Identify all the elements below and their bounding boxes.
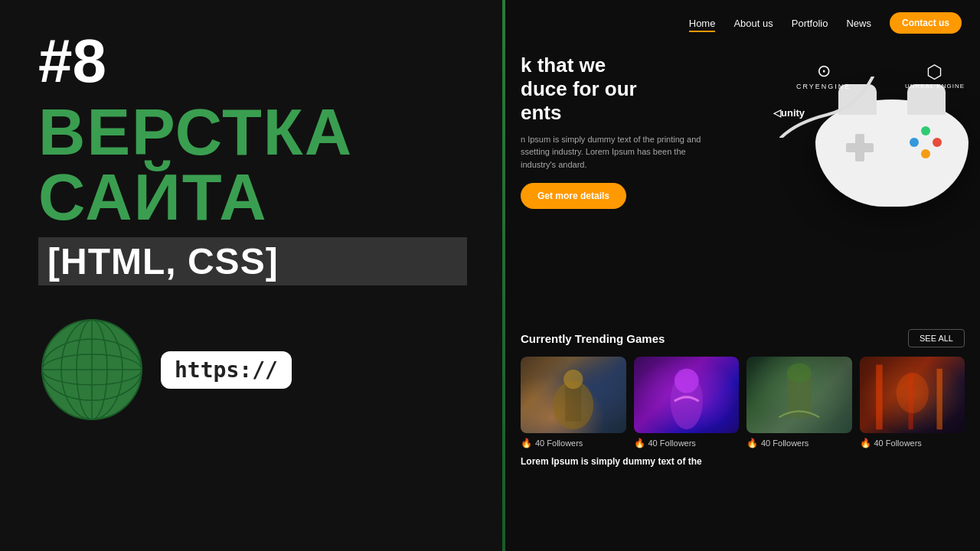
https-badge: https:// — [161, 351, 292, 389]
footer-text: Lorem Ipsum is simply dummy text of the — [505, 448, 980, 468]
game-thumbnail-3 — [746, 357, 852, 433]
game-thumbnail-2 — [634, 357, 740, 433]
trending-title: Currently Trending Games — [521, 332, 665, 345]
svg-rect-15 — [876, 365, 882, 430]
nav-about[interactable]: About us — [733, 18, 773, 29]
game-card-1[interactable]: 🔥 40 Followers — [521, 357, 626, 448]
globe-icon — [38, 316, 145, 423]
episode-number: #8 — [38, 31, 467, 92]
nav-news[interactable]: News — [846, 18, 871, 29]
nav-home[interactable]: Home — [689, 18, 716, 29]
trending-section: Currently Trending Games SEE ALL 🔥 40 Fo… — [505, 321, 980, 448]
left-panel: #8 ВЕРСТКА САЙТА [HTML, CSS] https:// — [0, 0, 505, 551]
svg-point-18 — [896, 373, 928, 413]
game-card-3[interactable]: 🔥 40 Followers — [746, 357, 852, 448]
svg-point-12 — [674, 369, 698, 393]
globe-container: https:// — [38, 316, 467, 423]
see-all-button[interactable]: SEE ALL — [908, 329, 965, 347]
fire-icon-4: 🔥 — [860, 438, 871, 448]
get-more-button[interactable]: Get more details — [521, 183, 626, 209]
game-thumbnail-1 — [521, 357, 626, 433]
hero-section: k that we duce for our ents n Ipsum is s… — [505, 46, 980, 321]
svg-point-14 — [787, 363, 812, 382]
hero-heading: k that we duce for our ents — [521, 54, 965, 126]
title-line2: САЙТА — [38, 165, 467, 230]
game-followers-1: 🔥 40 Followers — [521, 438, 626, 448]
games-grid: 🔥 40 Followers 🔥 40 Followers — [521, 357, 965, 448]
hero-content: k that we duce for our ents n Ipsum is s… — [505, 46, 980, 321]
trending-header: Currently Trending Games SEE ALL — [521, 329, 965, 347]
nav-portfolio[interactable]: Portfolio — [792, 18, 828, 29]
fire-icon-2: 🔥 — [634, 438, 645, 448]
title-line1: ВЕРСТКА — [38, 99, 467, 165]
fire-icon-1: 🔥 — [521, 438, 532, 448]
subtitle: [HTML, CSS] — [38, 237, 467, 285]
game-followers-2: 🔥 40 Followers — [634, 438, 740, 448]
game-followers-4: 🔥 40 Followers — [860, 438, 965, 448]
game-followers-3: 🔥 40 Followers — [746, 438, 852, 448]
contact-button[interactable]: Contact us — [890, 12, 962, 34]
game-card-4[interactable]: 🔥 40 Followers — [860, 357, 965, 448]
fire-icon-3: 🔥 — [746, 438, 758, 448]
svg-point-10 — [564, 370, 583, 389]
navigation: Home About us Portfolio News Contact us — [505, 0, 980, 46]
game-thumbnail-4 — [860, 357, 965, 433]
hero-body-text: n Ipsum is simply dummy text of the prin… — [521, 133, 720, 171]
right-panel: Home About us Portfolio News Contact us … — [505, 0, 980, 551]
game-card-2[interactable]: 🔥 40 Followers — [634, 357, 740, 448]
svg-rect-17 — [936, 369, 942, 429]
